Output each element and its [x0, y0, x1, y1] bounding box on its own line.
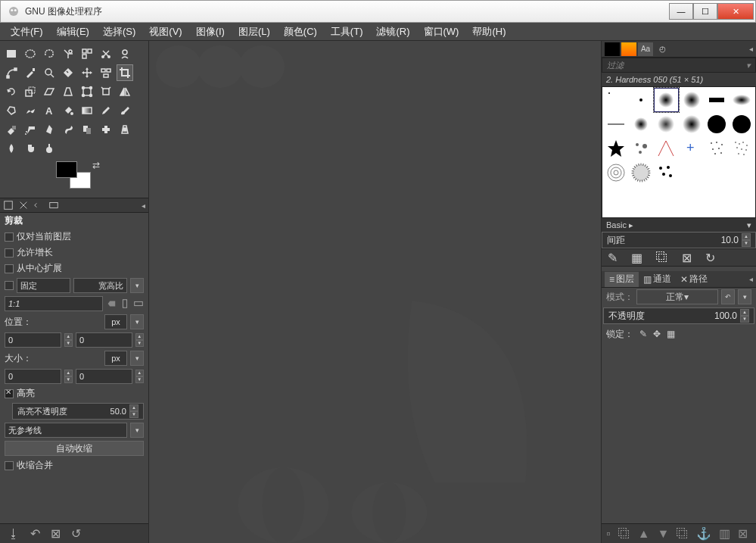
tool-text[interactable]: A: [41, 102, 58, 119]
tool-blur[interactable]: [3, 140, 20, 157]
ratio-input[interactable]: 1:1: [5, 296, 103, 311]
menu-edit[interactable]: 编辑(E): [51, 23, 95, 40]
tool-foreground-select[interactable]: [117, 45, 133, 62]
chk-shrink-merge[interactable]: [5, 461, 14, 470]
mode-switch-icon[interactable]: ↶: [721, 289, 735, 304]
aspect-select[interactable]: 宽高比: [73, 278, 127, 293]
tab-channels[interactable]: ▥通道: [639, 272, 676, 287]
tool-free-select[interactable]: [41, 45, 58, 62]
brush-filter-input[interactable]: 过滤▾: [602, 58, 756, 73]
swap-colors-icon[interactable]: ⇄: [92, 160, 100, 170]
menu-help[interactable]: 帮助(H): [466, 23, 512, 40]
tab-paths[interactable]: ✕路径: [676, 272, 712, 287]
refresh-brush-icon[interactable]: ↻: [705, 251, 715, 265]
mode-select[interactable]: 正常 ▾: [636, 289, 718, 304]
tool-perspective[interactable]: [60, 83, 76, 100]
tab-brushes[interactable]: [605, 42, 620, 56]
brush-item[interactable]: [704, 88, 729, 112]
size-h-input[interactable]: 0: [76, 369, 132, 384]
layer-opacity-slider[interactable]: 不透明度 100.0 ▲▼: [603, 307, 754, 324]
landscape-icon[interactable]: [133, 298, 144, 309]
layers-collapse-icon[interactable]: ◂: [749, 275, 753, 283]
chk-allow-grow[interactable]: [5, 248, 14, 257]
brush-item[interactable]: [704, 112, 729, 136]
menu-filters[interactable]: 滤镜(R): [370, 23, 415, 40]
tab-tool-options-icon[interactable]: [3, 200, 14, 211]
tab-device-icon[interactable]: [18, 200, 29, 211]
pos-unit-dd[interactable]: ▾: [130, 314, 144, 329]
brush-item[interactable]: [730, 112, 754, 136]
edit-brush-icon[interactable]: ✎: [608, 251, 618, 265]
tool-heal[interactable]: [98, 121, 114, 138]
brush-item[interactable]: [679, 88, 704, 112]
brush-item[interactable]: [628, 88, 653, 112]
brush-item[interactable]: [603, 112, 628, 136]
brush-item[interactable]: [654, 136, 679, 161]
tool-unified-transform[interactable]: [79, 83, 95, 100]
tool-flip[interactable]: [117, 83, 133, 100]
tool-smudge[interactable]: [22, 140, 39, 157]
fg-bg-colors[interactable]: ⇄: [56, 161, 94, 192]
tab-patterns[interactable]: [621, 42, 636, 56]
canvas-area[interactable]: [149, 41, 601, 543]
duplicate-layer-icon[interactable]: ⿻: [677, 527, 689, 541]
raise-layer-icon[interactable]: ▲: [638, 527, 650, 541]
save-preset-icon[interactable]: ⭳: [8, 527, 20, 541]
brushes-collapse-icon[interactable]: ◂: [749, 45, 753, 53]
menu-image[interactable]: 图像(I): [190, 23, 231, 40]
tool-color-select[interactable]: [79, 45, 95, 62]
tool-rect-select[interactable]: [3, 45, 20, 62]
tool-ellipse-select[interactable]: [22, 45, 39, 62]
brush-item[interactable]: [603, 161, 628, 185]
tool-color-picker[interactable]: [22, 64, 39, 81]
brush-item[interactable]: [679, 112, 704, 136]
lock-alpha-icon[interactable]: ▦: [667, 329, 675, 339]
guides-select[interactable]: 无参考线: [5, 423, 127, 438]
tool-align[interactable]: [98, 64, 114, 81]
pos-unit[interactable]: px: [104, 314, 127, 329]
pos-x-input[interactable]: 0: [5, 332, 61, 348]
brush-item[interactable]: [628, 161, 653, 185]
lock-position-icon[interactable]: ✥: [653, 329, 661, 339]
new-brush-icon[interactable]: ▦: [631, 251, 642, 265]
minimize-button[interactable]: —: [669, 3, 693, 20]
brush-item[interactable]: [628, 136, 653, 161]
tool-paintbrush[interactable]: [117, 102, 133, 119]
menu-layer[interactable]: 图层(L): [232, 23, 276, 40]
chk-current-layer[interactable]: [5, 232, 14, 242]
tool-bucket[interactable]: [60, 102, 76, 119]
pos-y-input[interactable]: 0: [76, 332, 132, 348]
mode-switch-dd[interactable]: ▾: [738, 289, 751, 304]
tab-undo-icon[interactable]: [33, 200, 44, 211]
tool-measure[interactable]: [60, 64, 76, 81]
restore-icon[interactable]: ↶: [30, 526, 40, 541]
brush-item[interactable]: [654, 161, 679, 185]
aspect-dropdown-icon[interactable]: ▾: [130, 278, 144, 293]
highlight-opacity-slider[interactable]: 高亮不透明度 50.0 ▲▼: [12, 403, 144, 420]
tool-move[interactable]: [79, 64, 95, 81]
brush-item[interactable]: [628, 112, 653, 136]
fg-color[interactable]: [56, 161, 77, 178]
maximize-button[interactable]: ☐: [693, 3, 717, 20]
tool-perspective-clone[interactable]: [117, 121, 133, 138]
merge-layer-icon[interactable]: ⚓: [696, 526, 711, 541]
tool-dodge[interactable]: [41, 140, 58, 157]
lock-pixels-icon[interactable]: ✎: [639, 329, 647, 339]
tool-airbrush[interactable]: [22, 121, 39, 138]
brush-item[interactable]: [730, 136, 754, 161]
tool-ink[interactable]: [41, 121, 58, 138]
brush-item-selected[interactable]: [654, 88, 679, 112]
auto-shrink-button[interactable]: 自动收缩: [5, 441, 144, 456]
tool-warp[interactable]: [22, 102, 39, 119]
layer-list[interactable]: [602, 342, 756, 523]
tab-layers[interactable]: ≡图层: [605, 272, 639, 287]
size-w-input[interactable]: 0: [5, 369, 61, 384]
clear-ratio-icon[interactable]: [106, 298, 117, 309]
tool-clone[interactable]: [79, 121, 95, 138]
brush-preset-select[interactable]: Basic ▸▾: [602, 218, 756, 232]
menu-tools[interactable]: 工具(T): [325, 23, 369, 40]
close-button[interactable]: ✕: [717, 3, 754, 20]
tab-history[interactable]: ◴: [655, 42, 670, 56]
chk-highlight[interactable]: [5, 389, 14, 398]
collapse-icon[interactable]: ◂: [142, 201, 145, 210]
